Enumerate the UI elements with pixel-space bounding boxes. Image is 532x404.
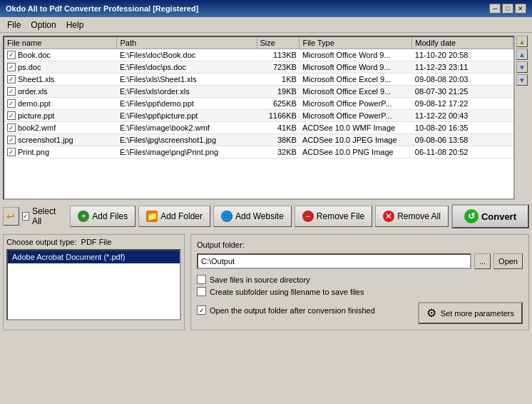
- cell-date: 11-12-23 23:11: [412, 61, 513, 74]
- remove-all-icon: ✕: [383, 211, 394, 222]
- scroll-bottom-button[interactable]: ▼: [516, 74, 528, 86]
- main-content: File name Path Size File Type Modify dat…: [0, 33, 532, 333]
- select-all-label: Select All: [32, 206, 60, 226]
- set-more-params-button[interactable]: ⚙ Set more parameters: [418, 302, 523, 324]
- table-row[interactable]: ✓ Book.doc E:\Files\doc\Book.doc 113KB M…: [4, 49, 513, 61]
- add-website-label: Add Website: [235, 211, 284, 221]
- add-folder-label: Add Folder: [160, 211, 203, 221]
- table-row[interactable]: ✓ picture.ppt E:\Files\ppt\picture.ppt 1…: [4, 110, 513, 122]
- row-checkbox[interactable]: ✓: [7, 63, 16, 71]
- cell-date: 10-08-20 16:35: [412, 122, 513, 134]
- select-all-checkbox[interactable]: ✓: [22, 212, 29, 221]
- cell-size: 32KB: [257, 146, 300, 158]
- cell-name: ✓ demo.ppt: [4, 98, 117, 110]
- cell-name: ✓ ps.doc: [4, 61, 117, 74]
- output-type-panel: Choose output type: PDF File Adobe Acrob…: [3, 234, 185, 330]
- open-button[interactable]: Open: [493, 253, 523, 269]
- cell-size: 1KB: [257, 74, 300, 86]
- maximize-button[interactable]: □: [502, 4, 513, 14]
- cell-date: 09-08-06 13:58: [412, 134, 513, 146]
- menu-file[interactable]: File: [3, 19, 25, 31]
- convert-button[interactable]: ↺ Convert: [451, 204, 529, 228]
- file-list-container[interactable]: File name Path Size File Type Modify dat…: [3, 36, 515, 200]
- back-button[interactable]: ↩: [3, 207, 19, 226]
- row-checkbox[interactable]: ✓: [7, 123, 16, 132]
- cell-path: E:\Files\image\png\Print.png: [117, 146, 257, 158]
- add-website-button[interactable]: 🌐 Add Website: [213, 206, 292, 227]
- open-after-convert-label: Open the output folder after conversion …: [210, 306, 375, 315]
- row-checkbox[interactable]: ✓: [7, 148, 16, 156]
- row-checkbox[interactable]: ✓: [7, 99, 16, 108]
- cell-path: E:\Files\xls\order.xls: [117, 86, 257, 98]
- cell-filetype: Microsoft Office Word 9...: [300, 49, 412, 61]
- output-type-item[interactable]: Adobe Acrobat Document (*.pdf): [8, 251, 180, 263]
- row-checkbox[interactable]: ✓: [7, 75, 16, 84]
- create-subfolder-checkbox[interactable]: [197, 287, 206, 296]
- output-type-label: Choose output type: PDF File: [6, 238, 181, 246]
- file-list-wrapper: File name Path Size File Type Modify dat…: [3, 36, 529, 200]
- cell-date: 06-11-08 20:52: [412, 146, 513, 158]
- minimize-button[interactable]: ─: [489, 4, 501, 14]
- table-row[interactable]: ✓ order.xls E:\Files\xls\order.xls 19KB …: [4, 86, 513, 98]
- open-after-convert-row: ✓ Open the output folder after conversio…: [197, 305, 375, 315]
- row-checkbox[interactable]: ✓: [7, 111, 16, 120]
- save-source-checkbox[interactable]: [197, 275, 206, 284]
- convert-icon: ↺: [464, 209, 479, 223]
- scroll-down-button[interactable]: ▼: [516, 61, 528, 73]
- folder-path-input[interactable]: [197, 253, 471, 269]
- select-all-area: ✓ Select All: [22, 206, 60, 226]
- folder-row: ... Open: [197, 253, 523, 269]
- row-checkbox[interactable]: ✓: [7, 51, 16, 59]
- cell-name: ✓ picture.ppt: [4, 110, 117, 122]
- cell-date: 09-08-08 20:03: [412, 74, 513, 86]
- browse-button[interactable]: ...: [474, 253, 491, 269]
- file-table: File name Path Size File Type Modify dat…: [4, 37, 513, 158]
- col-header-date: Modify date: [412, 37, 513, 49]
- table-row[interactable]: ✓ Sheet1.xls E:\Files\xls\Sheet1.xls 1KB…: [4, 74, 513, 86]
- cell-date: 08-07-30 21:25: [412, 86, 513, 98]
- cell-date: 11-10-20 20:58: [412, 49, 513, 61]
- col-header-size: Size: [257, 37, 300, 49]
- menu-option[interactable]: Option: [26, 19, 60, 31]
- add-files-label: Add Files: [92, 211, 128, 221]
- remove-file-button[interactable]: − Remove File: [295, 206, 372, 227]
- table-row[interactable]: ✓ Print.png E:\Files\image\png\Print.png…: [4, 146, 513, 158]
- cell-size: 41KB: [257, 122, 300, 134]
- close-button[interactable]: ✕: [515, 4, 526, 14]
- remove-all-label: Remove All: [397, 211, 441, 221]
- save-source-row: Save files in source directory: [197, 275, 523, 284]
- menu-help[interactable]: Help: [62, 19, 88, 31]
- open-after-convert-checkbox[interactable]: ✓: [197, 305, 206, 315]
- cell-filetype: Microsoft Office Word 9...: [300, 61, 412, 74]
- table-row[interactable]: ✓ demo.ppt E:\Files\ppt\demo.ppt 625KB M…: [4, 98, 513, 110]
- cell-filetype: ACDSee 10.0 WMF Image: [300, 122, 412, 134]
- cell-name: ✓ book2.wmf: [4, 122, 117, 134]
- cell-path: E:\Files\doc\Book.doc: [117, 49, 257, 61]
- scroll-top-button[interactable]: ▲: [516, 36, 528, 47]
- cell-filetype: Microsoft Office Excel 9...: [300, 86, 412, 98]
- output-folder-label: Output folder:: [197, 241, 523, 249]
- scroll-up-button[interactable]: ▲: [516, 49, 528, 60]
- cell-name: ✓ Print.png: [4, 146, 117, 158]
- menu-bar: File Option Help: [0, 17, 532, 33]
- add-files-button[interactable]: + Add Files: [70, 206, 135, 227]
- cell-path: E:\Files\xls\Sheet1.xls: [117, 74, 257, 86]
- cell-size: 1166KB: [257, 110, 300, 122]
- cell-filetype: ACDSee 10.0 PNG Image: [300, 146, 412, 158]
- row-checkbox[interactable]: ✓: [7, 136, 16, 144]
- cell-name: ✓ Book.doc: [4, 49, 117, 61]
- col-header-filename: File name: [4, 37, 117, 49]
- table-row[interactable]: ✓ screenshot1.jpg E:\Files\jpg\screensho…: [4, 134, 513, 146]
- output-folder-panel: Output folder: ... Open Save files in so…: [190, 234, 529, 330]
- table-row[interactable]: ✓ book2.wmf E:\Files\image\book2.wmf 41K…: [4, 122, 513, 134]
- remove-all-button[interactable]: ✕ Remove All: [375, 206, 449, 227]
- scroll-controls: ▲ ▲ ▼ ▼: [516, 36, 529, 200]
- row-checkbox[interactable]: ✓: [7, 87, 16, 96]
- convert-label: Convert: [481, 211, 516, 222]
- table-row[interactable]: ✓ ps.doc E:\Files\doc\ps.doc 723KB Micro…: [4, 61, 513, 74]
- add-files-icon: +: [78, 211, 89, 222]
- cell-size: 625KB: [257, 98, 300, 110]
- add-folder-button[interactable]: 📁 Add Folder: [138, 206, 210, 227]
- gear-icon: ⚙: [426, 306, 436, 320]
- output-type-list[interactable]: Adobe Acrobat Document (*.pdf): [6, 249, 181, 320]
